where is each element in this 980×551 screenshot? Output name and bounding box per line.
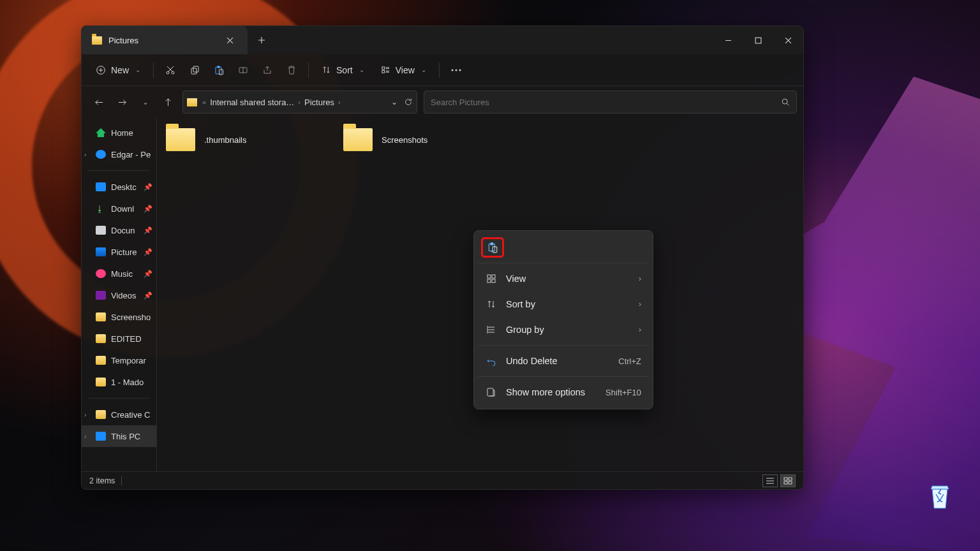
more-options-icon [486, 387, 497, 397]
svg-rect-26 [784, 481, 787, 484]
delete-button[interactable] [281, 59, 302, 81]
thumbnails-view-button[interactable] [780, 474, 796, 487]
separator [439, 62, 440, 78]
address-dropdown-button[interactable]: ⌄ [391, 98, 397, 107]
window-controls [713, 26, 803, 54]
view-label: View [396, 65, 415, 75]
cloud-icon [96, 150, 106, 159]
share-button[interactable] [257, 59, 278, 81]
cut-button[interactable] [160, 59, 181, 81]
back-button[interactable] [88, 91, 110, 113]
new-button[interactable]: New ⌄ [89, 59, 147, 81]
pictures-icon [96, 247, 106, 256]
content-pane[interactable]: .thumbnails Screenshots View › [157, 118, 803, 471]
sidebar-this-pc[interactable]: ›This PC [82, 425, 156, 447]
sidebar-desktop[interactable]: Desktc📌 [82, 176, 156, 198]
svg-rect-20 [492, 275, 495, 278]
tab-pictures[interactable]: Pictures [82, 26, 248, 54]
sidebar-home[interactable]: Home [82, 122, 156, 143]
svg-rect-27 [789, 481, 792, 484]
context-paste-button[interactable] [482, 238, 503, 257]
navigation-row: ⌄ « Internal shared stora… › Pictures › … [82, 86, 803, 118]
separator [478, 376, 649, 377]
breadcrumb-prefix: « [202, 98, 206, 106]
breadcrumb-item[interactable]: Pictures [304, 98, 334, 107]
svg-point-14 [459, 69, 461, 71]
paste-button[interactable] [209, 59, 229, 81]
more-button[interactable] [446, 59, 466, 81]
sidebar-music[interactable]: Music📌 [82, 263, 156, 284]
chevron-down-icon: ⌄ [135, 66, 140, 73]
copy-button[interactable] [184, 59, 205, 81]
sidebar-documents[interactable]: Docun📌 [82, 219, 156, 241]
download-icon: ⭳ [96, 204, 106, 213]
sort-button[interactable]: Sort ⌄ [315, 59, 371, 81]
sidebar-temporary[interactable]: Temporar [82, 349, 156, 371]
up-button[interactable] [157, 91, 179, 113]
rename-button[interactable] [233, 59, 253, 81]
svg-rect-7 [218, 66, 219, 68]
sidebar-creative-cloud[interactable]: ›Creative C [82, 404, 156, 425]
status-bar: 2 items [82, 471, 803, 489]
context-undo-delete[interactable]: Undo Delete Ctrl+Z [478, 348, 649, 374]
chevron-down-icon: ⌄ [421, 66, 426, 73]
search-icon [781, 98, 790, 107]
breadcrumb-item[interactable]: Internal shared stora… [210, 98, 294, 107]
sidebar-downloads[interactable]: ⭳Downl📌 [82, 198, 156, 219]
svg-rect-24 [784, 478, 787, 480]
minimize-button[interactable] [713, 26, 743, 54]
context-show-more-options[interactable]: Show more options Shift+F10 [478, 379, 649, 405]
svg-rect-11 [382, 70, 385, 73]
pin-icon: 📌 [144, 205, 152, 213]
forward-button[interactable] [111, 91, 133, 113]
context-view[interactable]: View › [478, 266, 649, 291]
search-box[interactable] [424, 91, 797, 114]
separator [478, 345, 649, 346]
svg-rect-0 [755, 38, 761, 43]
sidebar-videos[interactable]: Videos📌 [82, 284, 156, 306]
recent-button[interactable]: ⌄ [134, 91, 156, 113]
refresh-button[interactable] [404, 98, 413, 107]
sidebar-edited[interactable]: EDITED [82, 328, 156, 349]
group-icon [486, 325, 497, 335]
separator [121, 476, 122, 485]
navigation-pane[interactable]: Home › Edgar - Pe Desktc📌 ⭳Downl📌 Docun📌… [82, 118, 157, 471]
separator [478, 263, 649, 263]
sidebar-screenshots[interactable]: Screensho [82, 306, 156, 328]
context-group-by[interactable]: Group by › [478, 317, 649, 342]
breadcrumb: « Internal shared stora… › Pictures › [202, 98, 386, 107]
recycle-bin[interactable] [925, 481, 954, 514]
folder-thumbnails[interactable]: .thumbnails [166, 126, 325, 154]
sidebar-pictures[interactable]: Picture📌 [82, 241, 156, 263]
tab-title: Pictures [108, 36, 214, 45]
sort-icon [486, 299, 497, 309]
folder-screenshots[interactable]: Screenshots [343, 126, 503, 154]
folder-name: .thumbnails [204, 135, 246, 145]
svg-rect-4 [191, 68, 197, 74]
sidebar-custom[interactable]: 1 - Mado [82, 371, 156, 393]
svg-rect-10 [382, 67, 385, 70]
new-label: New [111, 65, 129, 75]
svg-rect-5 [193, 66, 198, 72]
svg-point-2 [167, 71, 169, 74]
maximize-button[interactable] [743, 26, 773, 54]
address-bar[interactable]: « Internal shared stora… › Pictures › ⌄ [182, 91, 417, 114]
context-sort-by[interactable]: Sort by › [478, 291, 649, 317]
context-menu: View › Sort by › Group by › Undo Delete … [473, 230, 653, 409]
tab-close-button[interactable] [221, 31, 239, 49]
chevron-right-icon: › [338, 98, 341, 106]
new-tab-button[interactable] [248, 26, 276, 54]
view-button[interactable]: View ⌄ [375, 59, 433, 81]
chevron-right-icon: › [298, 98, 301, 106]
details-view-button[interactable] [762, 474, 778, 487]
close-button[interactable] [773, 26, 803, 54]
sort-label: Sort [336, 65, 353, 75]
chevron-right-icon: › [639, 300, 641, 309]
pin-icon: 📌 [144, 183, 152, 191]
folder-icon [96, 378, 106, 386]
sidebar-onedrive[interactable]: › Edgar - Pe [82, 143, 156, 165]
search-input[interactable] [431, 98, 781, 107]
folder-icon [166, 128, 195, 151]
home-icon [96, 128, 106, 137]
pin-icon: 📌 [144, 291, 152, 300]
